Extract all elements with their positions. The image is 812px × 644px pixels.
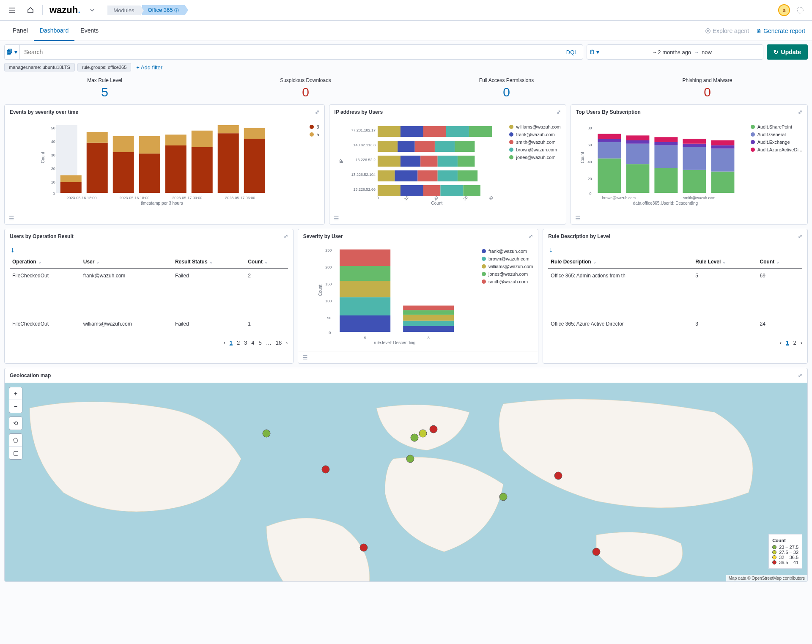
- tab-dashboard[interactable]: Dashboard: [34, 21, 75, 41]
- svg-rect-88: [683, 139, 706, 144]
- svg-text:0: 0: [329, 331, 331, 335]
- download-icon[interactable]: ⭳: [10, 245, 288, 255]
- table-row[interactable]: Office 365: Admin actions from th569: [548, 269, 802, 283]
- col-count[interactable]: Count⌄: [757, 255, 802, 269]
- page-2[interactable]: 2: [793, 340, 796, 346]
- download-icon[interactable]: ⭳: [548, 245, 802, 255]
- help-icon[interactable]: [793, 3, 807, 17]
- expand-icon[interactable]: ⤢: [798, 109, 802, 115]
- page-next[interactable]: ›: [801, 340, 802, 346]
- home-icon[interactable]: [24, 3, 37, 17]
- svg-text:100: 100: [325, 299, 332, 303]
- page-4[interactable]: 4: [251, 340, 254, 346]
- menu-icon[interactable]: [5, 3, 19, 17]
- header-left: wazuh. Modules Office 365 ⓘ: [5, 3, 185, 17]
- filter-pill[interactable]: rule.groups: office365: [77, 63, 132, 71]
- list-icon[interactable]: ☰: [9, 215, 14, 222]
- col-operation[interactable]: Operation⌄: [10, 255, 81, 269]
- dql-button[interactable]: DQL: [561, 44, 583, 60]
- fit-icon[interactable]: ⟲: [9, 417, 22, 430]
- draw-polygon-icon[interactable]: ⬠: [9, 434, 22, 447]
- expand-icon[interactable]: ⤢: [557, 109, 561, 115]
- refresh-icon: ↻: [774, 49, 779, 55]
- svg-rect-53: [423, 185, 441, 196]
- page-5[interactable]: 5: [259, 340, 262, 346]
- chevron-down-icon[interactable]: [85, 3, 99, 17]
- divider: [42, 5, 43, 15]
- add-filter-link[interactable]: + Add filter: [136, 64, 162, 71]
- logo: wazuh.: [49, 5, 80, 16]
- crumb-modules[interactable]: Modules: [107, 5, 140, 15]
- svg-rect-108: [403, 326, 454, 332]
- zoom-in-icon[interactable]: +: [9, 387, 22, 400]
- crumb-office365[interactable]: Office 365 ⓘ: [142, 5, 185, 15]
- zoom-out-icon[interactable]: −: [9, 400, 22, 413]
- svg-rect-106: [340, 266, 390, 281]
- expand-icon[interactable]: ⤢: [798, 373, 802, 378]
- search-prefix-icon[interactable]: 🗐 ▾: [5, 44, 20, 60]
- svg-rect-112: [403, 306, 454, 310]
- table-row[interactable]: FileCheckedOutwilliams@wazuh.comFailed1: [10, 283, 288, 331]
- explore-agent-link[interactable]: ⦿Explore agent: [705, 27, 749, 34]
- filter-pill[interactable]: manager.name: ubuntu18LTS: [4, 63, 75, 71]
- svg-point-118: [322, 466, 329, 473]
- svg-text:Count: Count: [580, 152, 585, 163]
- page-18[interactable]: 18: [276, 340, 282, 346]
- page-next[interactable]: ›: [286, 340, 288, 346]
- panel-row-2: Users by Operation Result⤢ ⭳ Operation⌄ …: [0, 229, 812, 368]
- update-button[interactable]: ↻Update: [767, 44, 808, 60]
- svg-rect-50: [458, 170, 477, 181]
- table-row[interactable]: FileCheckedOutfrank@wazuh.comFailed2: [10, 269, 288, 283]
- panel-row-1: Events by severity over time⤢ Count 5040…: [0, 104, 812, 229]
- tab-events[interactable]: Events: [74, 21, 104, 41]
- tab-panel[interactable]: Panel: [7, 21, 34, 41]
- expand-icon[interactable]: ⤢: [315, 109, 319, 115]
- ip-legend: williams@wazuh.com frank@wazuh.com smith…: [509, 121, 560, 207]
- svg-text:10: 10: [51, 180, 55, 184]
- avatar[interactable]: a: [778, 4, 790, 16]
- table-row[interactable]: Office 365: Azure Active Director324: [548, 283, 802, 331]
- expand-icon[interactable]: ⤢: [284, 233, 288, 239]
- expand-icon[interactable]: ⤢: [529, 233, 533, 239]
- draw-rect-icon[interactable]: ▢: [9, 447, 22, 459]
- svg-rect-24: [244, 128, 265, 139]
- svg-rect-23: [244, 139, 265, 193]
- svg-rect-79: [626, 140, 649, 144]
- generate-report-link[interactable]: 🗎Generate report: [756, 27, 805, 34]
- svg-rect-19: [192, 147, 213, 193]
- panel-ip-users: IP address by Users⤢ IP 77.231.182.17140…: [329, 104, 566, 225]
- svg-rect-35: [469, 126, 492, 137]
- page-3[interactable]: 3: [244, 340, 247, 346]
- svg-rect-22: [218, 125, 239, 133]
- svg-rect-80: [626, 135, 649, 140]
- col-rule-desc[interactable]: Rule Description⌄: [548, 255, 693, 269]
- col-rule-level[interactable]: Rule Level⌄: [693, 255, 757, 269]
- search-box: 🗐 ▾ DQL: [4, 44, 583, 60]
- page-2[interactable]: 2: [237, 340, 240, 346]
- list-icon[interactable]: ☰: [575, 215, 581, 222]
- svg-rect-77: [626, 164, 649, 193]
- map-body[interactable]: + − ⟲ ⬠ ▢: [5, 383, 807, 581]
- page-prev[interactable]: ‹: [780, 340, 782, 346]
- svg-rect-10: [60, 175, 82, 182]
- col-count[interactable]: Count⌄: [245, 255, 288, 269]
- page-1[interactable]: 1: [230, 340, 233, 346]
- svg-rect-103: [340, 315, 390, 332]
- page-1[interactable]: 1: [786, 340, 789, 346]
- page-prev[interactable]: ‹: [223, 340, 225, 346]
- svg-text:2023-05-17 06:00: 2023-05-17 06:00: [225, 196, 255, 200]
- date-picker[interactable]: 🗓 ▾ ~ 2 months ago→now: [587, 44, 763, 60]
- svg-rect-76: [598, 134, 621, 139]
- list-icon[interactable]: ☰: [334, 215, 339, 222]
- search-input[interactable]: [20, 49, 561, 55]
- svg-rect-91: [711, 145, 734, 149]
- document-icon: 🗎: [756, 27, 762, 34]
- col-status[interactable]: Result Status⌄: [173, 255, 245, 269]
- svg-rect-85: [683, 170, 706, 193]
- col-user[interactable]: User⌄: [81, 255, 173, 269]
- tabs-right: ⦿Explore agent 🗎Generate report: [705, 27, 805, 34]
- expand-icon[interactable]: ⤢: [798, 233, 802, 239]
- list-icon[interactable]: ☰: [302, 354, 308, 361]
- svg-point-125: [554, 472, 562, 480]
- svg-text:Count: Count: [318, 285, 323, 296]
